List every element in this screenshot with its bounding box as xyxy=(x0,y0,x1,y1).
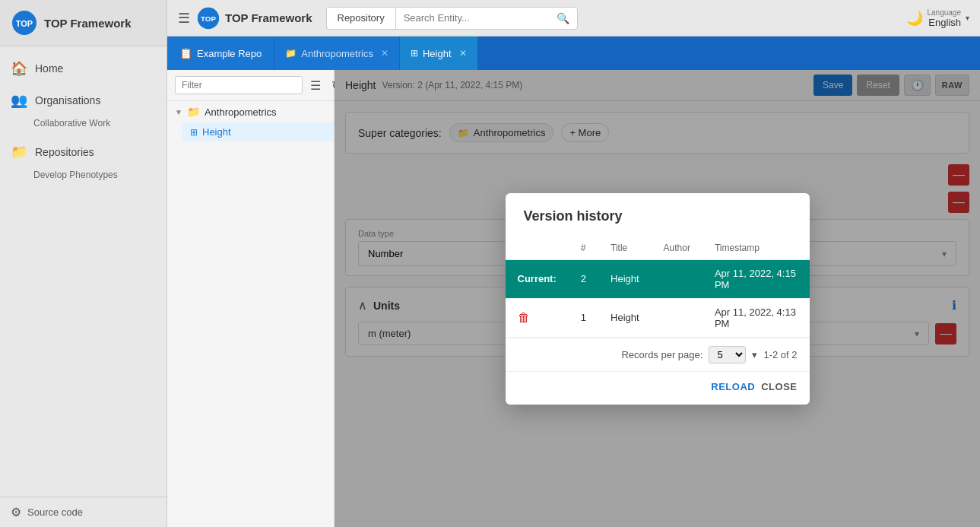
modal-row-1[interactable]: Current: 2 Height Apr 11, 2022, 4:15 PM xyxy=(506,259,810,298)
col-author: Author xyxy=(652,237,702,260)
search-bar: 🔍 xyxy=(395,7,578,30)
content-area: ☰ ↻ ▼ 📁 Anthropometrics ⊞ Height xyxy=(167,70,980,527)
language-label: Language xyxy=(928,8,962,17)
top-bar-right: 🌙 Language English ▾ xyxy=(906,8,970,28)
tree-sub-height-label: Height xyxy=(202,126,231,138)
col-title: Title xyxy=(598,237,652,260)
repository-button[interactable]: Repository xyxy=(326,7,395,30)
row-2-title: Height xyxy=(598,298,652,337)
search-icon: 🔍 xyxy=(557,12,569,24)
language-value: English xyxy=(928,17,961,28)
modal-row-2[interactable]: 🗑 1 Height Apr 11, 2022, 4:13 PM xyxy=(506,298,810,337)
pagination-arrow-icon: ▾ xyxy=(752,349,757,360)
tree-sub-height-icon: ⊞ xyxy=(190,127,198,138)
sidebar-item-organisations[interactable]: 👥 Organisations xyxy=(0,84,167,116)
tab-bar: 📋 Example Repo 📁 Anthropometrics ✕ ⊞ Hei… xyxy=(167,37,980,70)
tree-item-anthropometrics-label: Anthropometrics xyxy=(205,106,277,118)
sidebar-nav: 🏠 Home 👥 Organisations Collaborative Wor… xyxy=(0,46,167,497)
app-title: TOP Framework xyxy=(44,17,132,30)
tree-sub-item-height[interactable]: ⊞ Height xyxy=(182,122,334,141)
sidebar-item-organisations-label: Organisations xyxy=(35,94,100,106)
version-history-modal: Version history # Title Author Timestamp xyxy=(506,193,810,405)
svg-text:TOP: TOP xyxy=(201,14,216,23)
repositories-sub-label: Develop Phenotypes xyxy=(33,170,156,180)
main-area: ☰ TOP TOP Framework Repository 🔍 🌙 Langu… xyxy=(167,0,980,527)
tab-example-repo[interactable]: 📋 Example Repo xyxy=(167,37,274,70)
sidebar-item-repositories-label: Repositories xyxy=(35,146,94,158)
col-current xyxy=(506,237,569,260)
organisations-sub-label: Collaborative Work xyxy=(33,118,156,129)
github-icon: ⚙ xyxy=(11,505,21,519)
source-code-label: Source code xyxy=(27,506,83,518)
tree-item-anthropometrics[interactable]: ▼ 📁 Anthropometrics xyxy=(167,101,334,122)
col-number: # xyxy=(569,237,598,260)
file-tree-filter-input[interactable] xyxy=(175,76,303,94)
sidebar-item-home[interactable]: 🏠 Home xyxy=(0,52,167,84)
top-bar: ☰ TOP TOP Framework Repository 🔍 🌙 Langu… xyxy=(167,0,980,37)
height-tab-close-icon[interactable]: ✕ xyxy=(459,48,467,59)
modal-title: Version history xyxy=(506,193,810,237)
repositories-icon: 📁 xyxy=(11,144,27,160)
language-arrow-icon: ▾ xyxy=(966,14,969,22)
file-tree-toolbar: ☰ ↻ xyxy=(167,70,334,101)
language-selector[interactable]: Language English xyxy=(928,8,962,28)
organisations-sub: Collaborative Work xyxy=(0,116,167,136)
row-2-number: 1 xyxy=(569,298,598,337)
tab-height[interactable]: ⊞ Height ✕ xyxy=(400,37,478,70)
modal-table: # Title Author Timestamp Current: 2 xyxy=(506,237,810,338)
search-input[interactable] xyxy=(404,12,557,24)
organisations-icon: 👥 xyxy=(11,92,27,109)
repo-tab-icon: 📋 xyxy=(179,47,192,59)
tab-height-label: Height xyxy=(423,48,452,59)
row-1-timestamp: Apr 11, 2022, 4:15 PM xyxy=(702,259,810,298)
tab-anthropometrics[interactable]: 📁 Anthropometrics ✕ xyxy=(274,37,400,70)
close-modal-button[interactable]: CLOSE xyxy=(761,381,797,392)
col-timestamp: Timestamp xyxy=(702,237,810,260)
anthropometrics-tab-icon: 📁 xyxy=(285,48,297,59)
row-2-delete[interactable]: 🗑 xyxy=(506,298,569,337)
row-1-title: Height xyxy=(598,259,652,298)
search-group: Repository 🔍 xyxy=(326,7,578,30)
menu-icon[interactable]: ☰ xyxy=(178,10,190,27)
sidebar-item-organisations-group: 👥 Organisations Collaborative Work xyxy=(0,84,167,136)
repositories-sub: Develop Phenotypes xyxy=(0,168,167,188)
tree-sub-anthropometrics: ⊞ Height xyxy=(167,122,334,141)
modal-table-header: # Title Author Timestamp xyxy=(506,237,810,260)
tree-expand-icon: ▼ xyxy=(175,108,182,116)
sidebar-item-home-label: Home xyxy=(35,62,63,75)
home-icon: 🏠 xyxy=(11,60,27,77)
top-bar-title: TOP Framework xyxy=(225,11,312,24)
dark-mode-icon[interactable]: 🌙 xyxy=(906,10,923,27)
reload-button[interactable]: RELOAD xyxy=(711,381,755,392)
app-logo: TOP xyxy=(11,9,38,37)
tab-repo-label: Example Repo xyxy=(197,48,262,59)
delete-row-2-icon[interactable]: 🗑 xyxy=(518,311,530,324)
per-page-select[interactable]: 5 10 25 xyxy=(709,346,746,364)
records-per-page-label: Records per page: xyxy=(621,349,702,360)
sidebar-item-repositories[interactable]: 📁 Repositories xyxy=(0,136,167,168)
sidebar-item-repositories-group: 📁 Repositories Develop Phenotypes xyxy=(0,136,167,188)
current-badge: Current: xyxy=(506,259,569,298)
sidebar-header: TOP TOP Framework xyxy=(0,0,167,46)
row-1-number: 2 xyxy=(569,259,598,298)
sidebar: TOP TOP Framework 🏠 Home 👥 Organisations… xyxy=(0,0,167,527)
anthropometrics-tab-close-icon[interactable]: ✕ xyxy=(381,48,389,59)
svg-text:TOP: TOP xyxy=(16,19,33,28)
pagination-range: 1-2 of 2 xyxy=(763,349,797,360)
editor: Height Version: 2 (Apr 11, 2022, 4:15 PM… xyxy=(335,70,980,527)
row-1-author xyxy=(652,259,702,298)
tree-folder-icon: 📁 xyxy=(187,106,200,118)
height-tab-icon: ⊞ xyxy=(411,48,418,59)
file-tree-list-icon[interactable]: ☰ xyxy=(307,77,324,94)
top-bar-logo: TOP TOP Framework xyxy=(196,6,312,30)
source-code-link[interactable]: ⚙ Source code xyxy=(11,505,156,519)
sidebar-footer: ⚙ Source code xyxy=(0,497,167,527)
file-tree: ☰ ↻ ▼ 📁 Anthropometrics ⊞ Height xyxy=(167,70,335,527)
modal-overlay[interactable]: Version history # Title Author Timestamp xyxy=(335,70,980,527)
modal-pagination: Records per page: 5 10 25 ▾ 1-2 of 2 xyxy=(506,338,810,371)
modal-footer: RELOAD CLOSE xyxy=(506,371,810,405)
row-2-timestamp: Apr 11, 2022, 4:13 PM xyxy=(702,298,810,337)
row-2-author xyxy=(652,298,702,337)
tab-anthropometrics-label: Anthropometrics xyxy=(301,48,373,59)
